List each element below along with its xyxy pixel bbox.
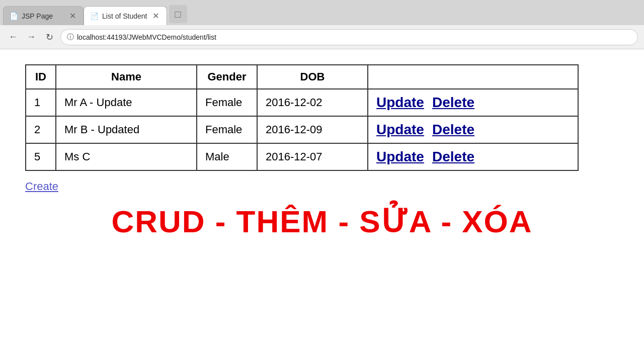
cell-gender: Female	[197, 89, 257, 116]
address-bar: ← → ↻ ⓘ localhost:44193/JWebMVCDemo/stud…	[0, 25, 644, 49]
url-text: localhost:44193/JWebMVCDemo/student/list	[77, 33, 631, 41]
header-gender: Gender	[197, 65, 257, 89]
cell-gender: Male	[197, 143, 257, 170]
cell-name: Ms C	[56, 143, 197, 170]
header-actions	[368, 65, 578, 89]
table-row: 2 Mr B - Updated Female 2016-12-09 Updat…	[26, 116, 578, 143]
cell-name: Mr A - Update	[56, 89, 197, 116]
delete-link[interactable]: Delete	[432, 95, 474, 110]
new-tab-icon: □	[175, 9, 181, 20]
browser-window: JSP Page ✕ List of Student ✕ □ ← → ↻ ⓘ l…	[0, 0, 644, 362]
tab-student[interactable]: List of Student ✕	[84, 6, 167, 25]
cell-dob: 2016-12-09	[257, 116, 368, 143]
forward-button[interactable]: →	[24, 30, 38, 44]
tab-student-close[interactable]: ✕	[151, 12, 160, 21]
cell-id: 1	[26, 89, 56, 116]
cell-dob: 2016-12-07	[257, 143, 368, 170]
tab-jsp-close[interactable]: ✕	[68, 12, 77, 21]
student-table: ID Name Gender DOB 1 Mr A - Update Femal…	[25, 64, 579, 171]
cell-actions: Update Delete	[368, 143, 578, 170]
cell-id: 5	[26, 143, 56, 170]
back-button[interactable]: ←	[6, 30, 20, 44]
reload-button[interactable]: ↻	[42, 30, 56, 44]
tab-bar: JSP Page ✕ List of Student ✕ □	[0, 0, 644, 25]
new-tab-button[interactable]: □	[169, 5, 187, 23]
info-icon: ⓘ	[67, 33, 74, 42]
cell-dob: 2016-12-02	[257, 89, 368, 116]
header-dob: DOB	[257, 65, 368, 89]
table-row: 1 Mr A - Update Female 2016-12-02 Update…	[26, 89, 578, 116]
tab-student-label: List of Student	[102, 12, 147, 20]
tab-jsp[interactable]: JSP Page ✕	[3, 6, 84, 25]
header-name: Name	[56, 65, 197, 89]
delete-link[interactable]: Delete	[432, 122, 474, 137]
url-bar[interactable]: ⓘ localhost:44193/JWebMVCDemo/student/li…	[60, 29, 638, 45]
cell-gender: Female	[197, 116, 257, 143]
tab-jsp-icon	[10, 11, 18, 21]
create-link[interactable]: Create	[25, 180, 58, 193]
table-row: 5 Ms C Male 2016-12-07 Update Delete	[26, 143, 578, 170]
cell-actions: Update Delete	[368, 89, 578, 116]
update-link[interactable]: Update	[376, 149, 424, 164]
table-header-row: ID Name Gender DOB	[26, 65, 578, 89]
cell-actions: Update Delete	[368, 116, 578, 143]
cell-id: 2	[26, 116, 56, 143]
update-link[interactable]: Update	[376, 95, 424, 110]
update-link[interactable]: Update	[376, 122, 424, 137]
delete-link[interactable]: Delete	[432, 149, 474, 164]
cell-name: Mr B - Updated	[56, 116, 197, 143]
tab-jsp-label: JSP Page	[22, 12, 53, 20]
page-content: ID Name Gender DOB 1 Mr A - Update Femal…	[0, 49, 644, 362]
header-id: ID	[26, 65, 56, 89]
tab-student-icon	[90, 11, 98, 21]
bottom-banner: CRUD - THÊM - SỬA - XÓA	[25, 198, 619, 245]
